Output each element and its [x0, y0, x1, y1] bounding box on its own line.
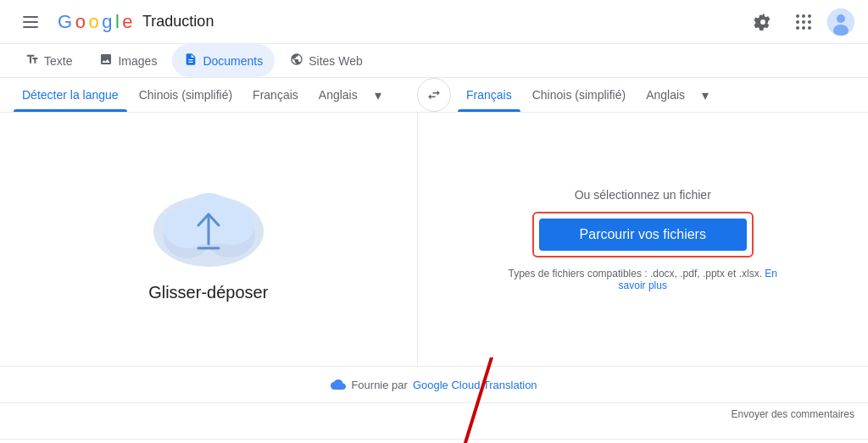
- provider-bar: Fournie par Google Cloud Translation: [0, 367, 868, 403]
- target-panel: Ou sélectionnez un fichier Parcourir vos…: [418, 113, 869, 366]
- apps-button[interactable]: [787, 5, 821, 39]
- file-types-info: Types de fichiers compatibles : .docx, .…: [507, 268, 778, 291]
- target-more-languages-btn[interactable]: ▾: [697, 80, 714, 110]
- target-language-selector: Français Chinois (simplifié) Anglais ▾: [458, 78, 854, 112]
- drag-drop-label: Glisser-déposer: [148, 283, 268, 302]
- provider-link[interactable]: Google Cloud Translation: [413, 379, 537, 391]
- tab-images[interactable]: Images: [87, 44, 169, 77]
- tab-sites[interactable]: Sites Web: [278, 44, 375, 77]
- text-tab-icon: [25, 53, 39, 69]
- sites-tab-icon: [290, 53, 303, 69]
- feedback-link[interactable]: Envoyer des commentaires: [732, 408, 854, 420]
- tab-images-label: Images: [118, 54, 157, 68]
- file-types-text: Types de fichiers compatibles : .docx, .…: [509, 268, 762, 280]
- detect-language-btn[interactable]: Détecter la langue: [14, 78, 127, 112]
- or-select-label: Ou sélectionnez un fichier: [575, 188, 711, 202]
- app-title: Traduction: [142, 13, 214, 30]
- svg-rect-0: [23, 16, 38, 18]
- apps-grid-icon: [796, 14, 811, 30]
- tab-text-label: Texte: [44, 54, 72, 68]
- source-chinese-btn[interactable]: Chinois (simplifié): [131, 78, 241, 112]
- user-avatar[interactable]: [827, 8, 854, 36]
- swap-languages-button[interactable]: [417, 78, 451, 112]
- tab-documents[interactable]: Documents: [172, 44, 275, 77]
- bottom-bar: [0, 439, 868, 443]
- tab-text[interactable]: Texte: [14, 44, 84, 77]
- header-left: Google Traduction: [14, 5, 214, 39]
- app-header: Google Traduction: [0, 0, 868, 44]
- provided-by-text: Fournie par: [351, 379, 407, 391]
- svg-rect-2: [23, 26, 38, 28]
- translation-panels: Glisser-déposer Ou sélectionnez un fichi…: [0, 113, 868, 367]
- upload-illustration: [141, 176, 276, 269]
- tab-sites-label: Sites Web: [309, 54, 363, 68]
- svg-rect-1: [23, 21, 38, 23]
- svg-point-4: [837, 14, 845, 23]
- mode-tabs: Texte Images Documents Sites Web: [0, 44, 868, 78]
- target-french-btn[interactable]: Français: [458, 78, 520, 112]
- cloud-upload-svg: [141, 176, 276, 269]
- tab-documents-label: Documents: [203, 54, 263, 68]
- source-more-languages-btn[interactable]: ▾: [370, 80, 387, 110]
- source-language-selector: Détecter la langue Chinois (simplifié) F…: [14, 78, 410, 112]
- source-english-btn[interactable]: Anglais: [310, 78, 366, 112]
- feedback-bar: Envoyer des commentaires: [0, 403, 868, 425]
- source-french-btn[interactable]: Français: [244, 78, 307, 112]
- source-panel: Glisser-déposer: [0, 113, 418, 366]
- settings-button[interactable]: [746, 5, 780, 39]
- browse-files-button[interactable]: Parcourir vos fichiers: [539, 219, 747, 251]
- language-bar: Détecter la langue Chinois (simplifié) F…: [0, 78, 868, 113]
- google-logo: Google: [58, 11, 132, 33]
- cloud-provider-icon: [331, 377, 346, 392]
- target-chinese-btn[interactable]: Chinois (simplifié): [524, 78, 634, 112]
- main-area: Glisser-déposer Ou sélectionnez un fichi…: [0, 113, 868, 425]
- target-english-btn[interactable]: Anglais: [637, 78, 693, 112]
- images-tab-icon: [99, 53, 113, 69]
- browse-btn-wrapper: Parcourir vos fichiers: [532, 212, 754, 257]
- header-right: [746, 5, 854, 39]
- documents-tab-icon: [184, 53, 198, 69]
- menu-button[interactable]: [14, 5, 47, 39]
